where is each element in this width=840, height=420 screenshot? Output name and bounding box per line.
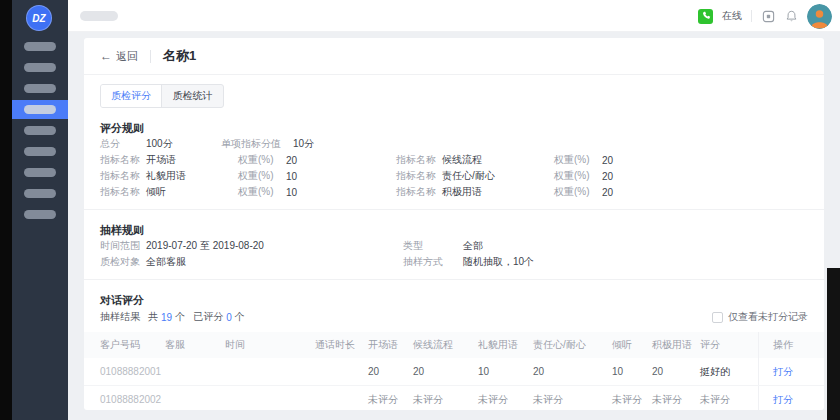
col-header-opening: 开场语	[368, 338, 413, 352]
weight-value: 10	[286, 171, 396, 182]
cell-politeness: 10	[478, 366, 533, 377]
phone-status-icon[interactable]	[698, 9, 713, 24]
screen-edge-left	[0, 0, 12, 420]
back-arrow-icon: ←	[100, 49, 112, 63]
table-row: 01088882001 20 20 10 20 10 20 挺好的 打分	[84, 358, 824, 386]
section-divider	[84, 279, 824, 280]
page-header-row: ← 返回 名称1	[84, 38, 824, 74]
weight-label: 权重(%)	[554, 185, 602, 199]
bell-icon[interactable]	[784, 9, 798, 23]
unscored-only-checkbox[interactable]	[712, 312, 723, 323]
weight-label: 权重(%)	[238, 185, 286, 199]
topbar-divider	[751, 10, 752, 22]
cell-politeness: 未评分	[478, 393, 533, 407]
unit-score-value: 10分	[293, 137, 314, 151]
weight-label: 权重(%)	[554, 153, 602, 167]
workbench-icon[interactable]	[761, 9, 775, 23]
cell-positive: 20	[652, 366, 700, 377]
col-header-time: 时间	[225, 338, 315, 352]
indicator-row: 指标名称 礼貌用语 权重(%) 10 指标名称 责任心/耐心 权重(%) 20	[84, 168, 824, 184]
qc-target-label: 质检对象	[100, 255, 146, 269]
table-row: 01088882002 未评分 未评分 未评分 未评分 未评分 未评分 未评分 …	[84, 386, 824, 410]
sidebar-item-2[interactable]	[24, 63, 56, 72]
back-label: 返回	[116, 49, 138, 64]
cell-responsibility: 未评分	[533, 393, 612, 407]
sampling-method-label: 抽样方式	[403, 255, 463, 269]
tab-quality-statistics[interactable]: 质检统计	[162, 85, 223, 107]
score-button[interactable]: 打分	[773, 393, 793, 407]
cell-responsibility: 20	[533, 366, 612, 377]
scoring-rules-totals-row: 总分 100分 单项指标分值 10分	[84, 136, 824, 152]
sidebar-item-8[interactable]	[24, 189, 56, 198]
sampling-rules-title: 抽样规则	[84, 222, 824, 238]
result-label: 抽样结果	[100, 310, 140, 324]
indicator-name-label: 指标名称	[100, 185, 146, 199]
col-header-positive: 积极用语	[652, 338, 700, 352]
phone-icon	[701, 11, 711, 21]
indicator-name: 倾听	[146, 185, 238, 199]
cell-opening: 20	[368, 366, 413, 377]
page-title: 名称1	[163, 47, 196, 65]
indicator-name-label: 指标名称	[396, 153, 442, 167]
scored-suffix: 个	[235, 310, 245, 324]
back-button[interactable]: ← 返回	[100, 49, 138, 64]
screen-edge-right	[827, 268, 840, 420]
section-divider	[84, 209, 824, 210]
weight-value: 20	[286, 155, 396, 166]
avatar-image	[807, 4, 832, 29]
col-header-customer-no: 客户号码	[100, 338, 165, 352]
indicator-row: 指标名称 开场语 权重(%) 20 指标名称 候线流程 权重(%) 20	[84, 152, 824, 168]
scoring-rules-title: 评分规则	[84, 120, 824, 136]
col-header-score: 评分	[700, 338, 758, 352]
cell-customer-no: 01088882002	[100, 394, 165, 405]
total-count: 19	[161, 312, 172, 323]
indicator-name: 开场语	[146, 153, 238, 167]
indicator-name-label: 指标名称	[396, 185, 442, 199]
weight-label: 权重(%)	[238, 153, 286, 167]
title-divider	[150, 50, 151, 63]
total-score-label: 总分	[100, 137, 146, 151]
col-header-politeness: 礼貌用语	[478, 338, 533, 352]
app-logo[interactable]: DZ	[26, 5, 52, 31]
total-score-value: 100分	[146, 137, 221, 151]
col-header-duration: 通话时长	[315, 338, 368, 352]
indicator-name: 责任心/耐心	[442, 169, 554, 183]
col-header-listening: 倾听	[612, 338, 652, 352]
weight-value: 10	[286, 187, 396, 198]
indicator-name-label: 指标名称	[396, 169, 442, 183]
tab-group: 质检评分 质检统计	[100, 84, 224, 108]
indicator-row: 指标名称 倾听 权重(%) 10 指标名称 积极用语 权重(%) 20	[84, 184, 824, 200]
sidebar-item-4-label-pill	[24, 105, 56, 114]
cell-score: 挺好的	[700, 365, 758, 379]
sidebar-item-3[interactable]	[24, 84, 56, 93]
sidebar-item-4-active[interactable]	[12, 100, 68, 119]
score-button[interactable]: 打分	[773, 365, 793, 379]
indicator-name-label: 指标名称	[100, 169, 146, 183]
sidebar-item-9[interactable]	[24, 210, 56, 219]
cell-score: 未评分	[700, 393, 758, 407]
time-range-value: 2019-07-20 至 2019-08-20	[146, 239, 403, 253]
table-header-row: 客户号码 客服 时间 通话时长 开场语 候线流程 礼貌用语 责任心/耐心 倾听 …	[84, 332, 824, 358]
scored-count: 0	[226, 312, 232, 323]
weight-value: 20	[602, 155, 613, 166]
col-header-queue-process: 候线流程	[413, 338, 478, 352]
sidebar-item-7[interactable]	[24, 168, 56, 177]
sidebar-item-5[interactable]	[24, 126, 56, 135]
sidebar-item-6[interactable]	[24, 147, 56, 156]
qc-target-value: 全部客服	[146, 255, 403, 269]
avatar[interactable]	[807, 4, 832, 29]
indicator-name: 候线流程	[442, 153, 554, 167]
dialog-scoring-title: 对话评分	[84, 292, 824, 308]
tab-quality-scoring[interactable]: 质检评分	[101, 85, 162, 107]
app-logo-text: DZ	[32, 13, 45, 24]
filter-group: 仅查看未打分记录	[712, 310, 808, 324]
sampling-summary-row: 抽样结果 共 19 个 已评分 0 个 仅查看未打分记录	[84, 308, 824, 326]
type-value: 全部	[463, 239, 483, 253]
col-header-responsibility: 责任心/耐心	[533, 338, 612, 352]
sidebar-item-1[interactable]	[24, 42, 56, 51]
content-card: ← 返回 名称1 质检评分 质检统计 评分规则 总分 100分 单项指标分值 1…	[84, 38, 824, 410]
col-header-action: 操作	[758, 332, 824, 358]
cell-action: 打分	[758, 386, 824, 410]
weight-label: 权重(%)	[238, 169, 286, 183]
unscored-only-label: 仅查看未打分记录	[728, 310, 808, 324]
